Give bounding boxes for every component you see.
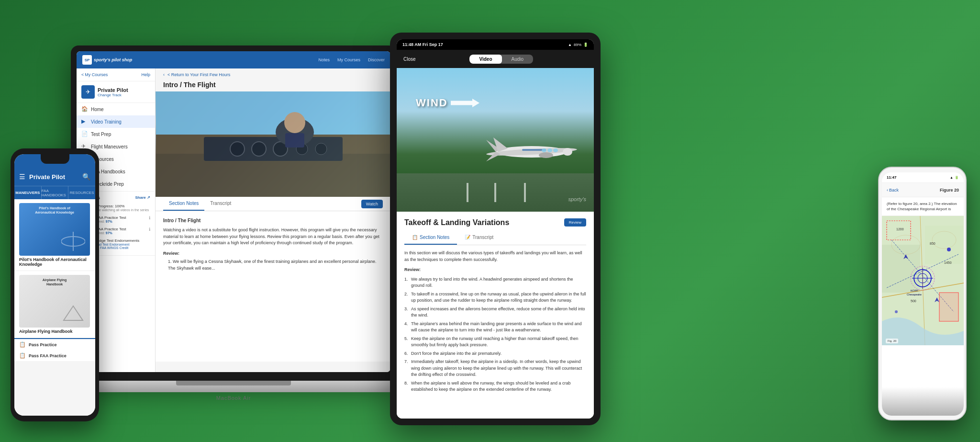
ipad-tab-transcript[interactable]: 📝 Transcript xyxy=(457,231,501,245)
course-icon: ✈ xyxy=(81,85,95,99)
il-search-icon[interactable]: 🔍 xyxy=(82,173,90,181)
svg-rect-11 xyxy=(285,133,304,147)
svg-point-17 xyxy=(539,152,553,158)
svg-point-21 xyxy=(553,148,558,152)
course-change-track[interactable]: Change Track xyxy=(98,93,128,97)
ipad-review-2: To takeoff in a crosswind, line up on th… xyxy=(404,291,586,304)
logo-text: sporty's pilot shop xyxy=(94,57,132,62)
sidebar-item-home[interactable]: 🏠 Home xyxy=(77,103,155,115)
runway-surface xyxy=(397,173,594,212)
laptop-content: < My Courses Help ✈ Private Pilot Change… xyxy=(77,68,390,372)
breadcrumb[interactable]: ‹ < Return to Your First Few Hours xyxy=(156,68,390,81)
ipad-bottom-section: Takeoff & Landing Variations Review 📋 Se… xyxy=(397,212,594,419)
video-thumbnail[interactable] xyxy=(156,91,390,197)
svg-point-8 xyxy=(315,143,327,155)
svg-point-23 xyxy=(542,148,546,152)
wind-arrow-overlay: WIND xyxy=(416,97,479,109)
airplane-svg xyxy=(484,130,579,173)
ir-shadow xyxy=(882,387,964,416)
review-label: Review: xyxy=(163,250,383,257)
course-name: Private Pilot xyxy=(98,87,128,93)
il-menu-icon[interactable]: ☰ xyxy=(19,173,25,181)
home-icon: 🏠 xyxy=(81,106,88,113)
macbook-body: SP sporty's pilot shop Notes My Courses … xyxy=(71,45,396,381)
ir-figure-label: Figure 20 xyxy=(940,188,959,193)
info-icon-2[interactable]: ℹ xyxy=(149,227,150,232)
il-course-title: Private Pilot xyxy=(29,173,78,181)
svg-point-10 xyxy=(284,112,305,133)
ir-status-bar: 11:47 ▲🔋 xyxy=(882,172,964,183)
il-tab-handbooks[interactable]: FAA HANDBOOKS xyxy=(42,186,69,199)
review-button[interactable]: Review xyxy=(564,218,586,227)
review-item-1: 1. We will be flying a Cessna Skyhawk, o… xyxy=(163,259,383,272)
ir-time: 11:47 xyxy=(887,175,896,180)
sidebar-header: < My Courses Help xyxy=(77,68,155,81)
il-header: ☰ Private Pilot 🔍 xyxy=(14,168,95,186)
ir-question-box: (Refer to figure 20, area 2.) The elevat… xyxy=(882,197,964,216)
book-cover-1: Pilot's Handbook ofAeronautical Knowledg… xyxy=(19,203,90,256)
testprep-icon: 📄 xyxy=(81,131,88,137)
info-icon-1[interactable]: ℹ xyxy=(149,215,150,220)
content-text: Watching a video is not a substitute for… xyxy=(163,227,383,247)
content-title: Intro / The Flight xyxy=(163,217,383,224)
help-button[interactable]: Help xyxy=(141,72,150,77)
video-audio-toggle: Video Audio xyxy=(469,55,533,64)
svg-point-50 xyxy=(947,248,951,251)
iphone-left-body: ☰ Private Pilot 🔍 MANEUVERS FAA HANDBOOK… xyxy=(11,148,99,421)
nav-mycourses[interactable]: My Courses xyxy=(337,57,360,62)
ipad-section-content: In this section we will discuss the vari… xyxy=(397,245,594,400)
il-tab-resources[interactable]: RESOURCES xyxy=(68,186,95,199)
nav-discover[interactable]: Discover xyxy=(368,57,385,62)
ipad-review-label: Review: xyxy=(404,267,586,273)
ir-status-icons: ▲🔋 xyxy=(950,176,959,180)
svg-point-5 xyxy=(252,142,266,156)
tab-transcript[interactable]: Transcript xyxy=(204,197,237,211)
ipad-tab-section-notes[interactable]: 📋 Section Notes xyxy=(404,231,457,245)
ipad-device: 11:48 AM Fri Sep 17 ▲89%🔋 Close Video Au… xyxy=(390,33,601,425)
macbook-brand-label: MacBook Air xyxy=(216,395,251,401)
ipad-section-header: Takeoff & Landing Variations Review xyxy=(397,212,594,231)
il-tabs: MANEUVERS FAA HANDBOOKS RESOURCES xyxy=(14,186,95,199)
il-tab-maneuvers[interactable]: MANEUVERS xyxy=(14,186,42,199)
ir-nav-bar: ‹ Back Figure 20 xyxy=(882,183,964,197)
ipad-status-bar: 11:48 AM Fri Sep 17 ▲89%🔋 xyxy=(397,39,594,50)
svg-rect-37 xyxy=(939,293,958,321)
nav-notes[interactable]: Notes xyxy=(318,57,330,62)
audio-tab[interactable]: Audio xyxy=(502,55,534,64)
ir-sectional-chart-svg: 1200 850 500 1450 KORF Chesapeake xyxy=(882,216,964,345)
ipad-video-scene: WIND xyxy=(397,68,594,212)
iphone-right-screen: 11:47 ▲🔋 ‹ Back Figure 20 (Refer to figu… xyxy=(882,172,964,416)
sidebar-course-info: ✈ Private Pilot Change Track xyxy=(77,81,155,103)
notes-icon: 📋 xyxy=(412,235,418,240)
tab-section-notes[interactable]: Section Notes xyxy=(163,197,204,211)
macbook-bezel: SP sporty's pilot shop Notes My Courses … xyxy=(77,51,390,372)
svg-point-51 xyxy=(895,310,898,313)
ipad-status-icons: ▲89%🔋 xyxy=(568,43,588,47)
sporty-watermark: sporty's xyxy=(568,196,586,202)
sidebar-item-video-training[interactable]: ▶ Video Training xyxy=(77,115,155,128)
sidebar-item-test-prep[interactable]: 📄 Test Prep xyxy=(77,128,155,140)
ipad-review-7: Immediately after takeoff, keep the airp… xyxy=(404,359,586,378)
ipad-review-5: Keep the airplane on the runway until re… xyxy=(404,336,586,349)
video-tab[interactable]: Video xyxy=(469,55,501,64)
share-button[interactable]: Share ↗ xyxy=(135,195,150,200)
video-icon: ▶ xyxy=(81,118,88,125)
iphone-right-device: 11:47 ▲🔋 ‹ Back Figure 20 (Refer to figu… xyxy=(878,167,967,420)
ir-back-button[interactable]: ‹ Back xyxy=(887,188,899,193)
svg-point-4 xyxy=(230,142,245,156)
ipad-close-button[interactable]: Close xyxy=(403,57,416,62)
svg-marker-26 xyxy=(64,306,83,320)
ipad-screen: 11:48 AM Fri Sep 17 ▲89%🔋 Close Video Au… xyxy=(397,39,594,419)
watch-button[interactable]: Watch xyxy=(361,200,383,208)
ir-map-view: 1200 850 500 1450 KORF Chesapeake xyxy=(882,216,964,345)
ipad-video-player: 11:48 AM Fri Sep 17 ▲89%🔋 Close Video Au… xyxy=(397,39,594,212)
laptop-main-content: ‹ < Return to Your First Few Hours Intro… xyxy=(156,68,390,372)
iphone-right-body: 11:47 ▲🔋 ‹ Back Figure 20 (Refer to figu… xyxy=(878,167,967,420)
macbook-screen: SP sporty's pilot shop Notes My Courses … xyxy=(77,51,390,372)
laptop-logo: SP sporty's pilot shop xyxy=(82,55,132,65)
back-to-courses[interactable]: < My Courses xyxy=(81,72,108,77)
il-menu-pass-practice[interactable]: 📋 Pass Practice xyxy=(14,339,95,350)
wind-arrow-icon xyxy=(451,98,479,108)
il-menu-pass-faa[interactable]: 📋 Pass FAA Practice xyxy=(14,350,95,361)
svg-text:1200: 1200 xyxy=(896,227,904,231)
